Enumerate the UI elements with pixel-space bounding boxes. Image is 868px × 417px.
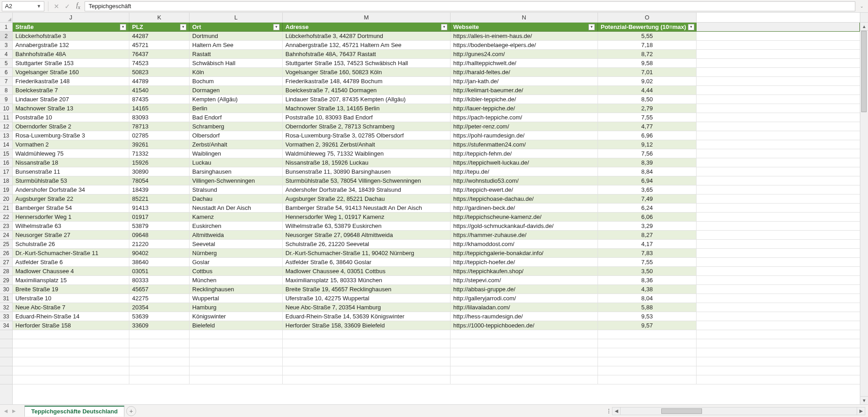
cell-po[interactable]: 7,56 xyxy=(598,149,697,158)
cell-plz[interactable]: 33609 xyxy=(129,321,190,330)
cell-strasse[interactable]: Poststraße 10 xyxy=(13,113,129,122)
cell-ort[interactable]: Dachau xyxy=(190,194,283,203)
cell-plz[interactable]: 41540 xyxy=(129,86,190,95)
row-number[interactable]: 30 xyxy=(0,285,12,294)
row-number[interactable]: 28 xyxy=(0,267,12,276)
cell-ort[interactable]: Zerbst/Anhalt xyxy=(190,140,283,149)
cell-ort[interactable]: Königswinter xyxy=(190,312,283,321)
cell-plz[interactable]: 87435 xyxy=(129,95,190,104)
row-number[interactable]: 26 xyxy=(0,249,12,258)
sheet-tab-active[interactable]: Teppichgeschäfte Deutschland xyxy=(24,406,124,417)
cell-strasse[interactable]: Eduard-Rhein-Straße 14 xyxy=(13,312,129,321)
row-number[interactable]: 16 xyxy=(0,158,12,167)
cell-po[interactable]: 9,53 xyxy=(598,312,697,321)
row-number[interactable]: 6 xyxy=(0,68,12,77)
cell-web[interactable]: http://teppichscheune-kamenz.de/ xyxy=(451,213,598,221)
cell-strasse[interactable]: Neue Abc-Straße 7 xyxy=(13,303,129,312)
cell-adresse[interactable]: Eduard-Rhein-Straße 14, 53639 Königswint… xyxy=(283,312,451,321)
cell-ort[interactable]: Goslar xyxy=(190,258,283,266)
cell-po[interactable]: 7,55 xyxy=(598,258,697,266)
cell-ort[interactable]: Wuppertal xyxy=(190,294,283,303)
cell-web[interactable]: http://jan-kath.de/ xyxy=(451,77,598,85)
cell-plz[interactable]: 20354 xyxy=(129,303,190,312)
cells-area[interactable]: Straße▼PLZ▼Ort▼Adresse▼Webseite▼Potenzia… xyxy=(13,23,860,404)
cell-web[interactable]: https://pach-teppiche.com/ xyxy=(451,113,598,122)
cell-ort[interactable]: Bielefeld xyxy=(190,321,283,330)
cell-adresse[interactable]: Waldmühleweg 75, 71332 Waiblingen xyxy=(283,149,451,158)
cell-strasse[interactable]: Augsburger Straße 22 xyxy=(13,194,129,203)
expand-formula-bar-icon[interactable]: ⌄ xyxy=(857,4,866,9)
cell-ort[interactable]: Dormagen xyxy=(190,86,283,95)
cell-plz[interactable]: 78054 xyxy=(129,176,190,185)
cell-adresse[interactable]: Lindauer Straße 207, 87435 Kempten (Allg… xyxy=(283,95,451,104)
column-header-M[interactable]: M xyxy=(283,13,451,22)
cell-plz[interactable]: 80333 xyxy=(129,276,190,284)
cell-plz[interactable]: 09648 xyxy=(129,231,190,239)
cell-web[interactable]: http://lilavaladan.com/ xyxy=(451,303,598,312)
column-header-O[interactable]: O xyxy=(598,13,697,22)
row-number[interactable]: 12 xyxy=(0,122,12,131)
cell-strasse[interactable]: Boelckestraße 7 xyxy=(13,86,129,95)
row-number[interactable]: 17 xyxy=(0,167,12,176)
cell-ort[interactable]: Haltern Am See xyxy=(190,41,283,49)
cell-ort[interactable]: Olbersdorf xyxy=(190,131,283,140)
cell-ort[interactable]: Barsinghausen xyxy=(190,167,283,176)
cell-plz[interactable]: 30890 xyxy=(129,167,190,176)
row-number[interactable]: 22 xyxy=(0,213,12,222)
cell-strasse[interactable]: Vogelsanger Straße 160 xyxy=(13,68,129,76)
cell-ort[interactable]: Rastatt xyxy=(190,50,283,58)
hscroll-track[interactable] xyxy=(621,408,857,415)
cell-plz[interactable]: 15926 xyxy=(129,158,190,167)
cell-plz[interactable]: 71332 xyxy=(129,149,190,158)
cell-ort[interactable]: Schwäbisch Hall xyxy=(190,59,283,67)
cell-web[interactable]: http://peter-renz.com/ xyxy=(451,122,598,131)
cell-strasse[interactable]: Bahnhofstraße 48A xyxy=(13,50,129,58)
cell-ort[interactable]: Waiblingen xyxy=(190,149,283,158)
cell-po[interactable]: 8,36 xyxy=(598,276,697,284)
cell-adresse[interactable]: Annabergstraße 132, 45721 Haltern Am See xyxy=(283,41,451,49)
cell-strasse[interactable]: Dr.-Kurt-Schumacher-Straße 11 xyxy=(13,249,129,257)
cell-po[interactable]: 8,84 xyxy=(598,167,697,176)
cell-strasse[interactable]: Bunsenstraße 11 xyxy=(13,167,129,176)
row-number[interactable]: 5 xyxy=(0,59,12,68)
cell-ort[interactable]: Altmittweida xyxy=(190,231,283,239)
cell-adresse[interactable]: Bunsenstraße 11, 30890 Barsinghausen xyxy=(283,167,451,176)
cell-strasse[interactable]: Vormathen 2 xyxy=(13,140,129,149)
cell-web[interactable]: http://teppich-hoefer.de/ xyxy=(451,258,598,266)
cell-po[interactable]: 7,49 xyxy=(598,194,697,203)
fx-icon[interactable]: fx xyxy=(74,1,83,11)
cell-po[interactable]: 8,27 xyxy=(598,231,697,239)
cell-plz[interactable]: 44287 xyxy=(129,32,190,40)
cell-plz[interactable]: 83093 xyxy=(129,113,190,122)
scroll-thumb[interactable] xyxy=(861,31,867,112)
cell-adresse[interactable]: Breite Straße 19, 45657 Recklinghausen xyxy=(283,285,451,294)
cell-po[interactable]: 7,18 xyxy=(598,41,697,49)
cell-web[interactable]: http://stepevi.com/ xyxy=(451,276,598,284)
filter-dropdown-icon[interactable]: ▼ xyxy=(588,24,595,30)
cell-plz[interactable]: 91413 xyxy=(129,204,190,212)
column-header-L[interactable]: L xyxy=(190,13,283,22)
cell-plz[interactable]: 42275 xyxy=(129,294,190,303)
cell-strasse[interactable]: Rosa-Luxemburg-Straße 3 xyxy=(13,131,129,140)
cell-ort[interactable]: München xyxy=(190,276,283,284)
horizontal-scrollbar[interactable]: ◀ ▶ xyxy=(612,407,865,415)
cell-adresse[interactable]: Uferstraße 10, 42275 Wuppertal xyxy=(283,294,451,303)
row-number[interactable]: 31 xyxy=(0,294,12,303)
cell-plz[interactable]: 78713 xyxy=(129,122,190,131)
row-number[interactable]: 14 xyxy=(0,140,12,149)
cell-adresse[interactable]: Friederikastraße 148, 44789 Bochum xyxy=(283,77,451,85)
cell-ort[interactable]: Kempten (Allgäu) xyxy=(190,95,283,104)
accept-formula-button[interactable]: ✓ xyxy=(63,1,72,11)
cell-po[interactable]: 8,50 xyxy=(598,95,697,104)
cell-po[interactable]: 7,01 xyxy=(598,68,697,76)
row-number[interactable]: 13 xyxy=(0,131,12,140)
tab-split-grip-icon[interactable] xyxy=(607,407,610,416)
cell-strasse[interactable]: Herforder Straße 158 xyxy=(13,321,129,330)
cell-ort[interactable]: Luckau xyxy=(190,158,283,167)
header-cell-plz[interactable]: PLZ▼ xyxy=(129,23,190,31)
cell-plz[interactable]: 53879 xyxy=(129,222,190,230)
cell-ort[interactable]: Berlin xyxy=(190,104,283,113)
cell-plz[interactable]: 53639 xyxy=(129,312,190,321)
cell-plz[interactable]: 38640 xyxy=(129,258,190,266)
cell-po[interactable]: 9,12 xyxy=(598,140,697,149)
